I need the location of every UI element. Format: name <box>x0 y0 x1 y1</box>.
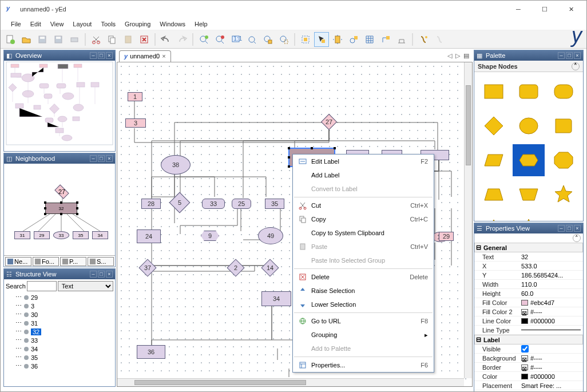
canvas-node[interactable]: 24 <box>137 229 161 243</box>
nb-tab[interactable]: Fo... <box>33 257 59 266</box>
ctx-delete[interactable]: DeleteDelete <box>293 270 434 284</box>
print-icon[interactable] <box>67 32 82 47</box>
new-document-icon[interactable] <box>3 32 18 47</box>
canvas-node[interactable]: 3 <box>125 118 146 128</box>
panel-close-icon[interactable]: × <box>574 225 581 232</box>
ctx-lower[interactable]: Lower Selection <box>293 298 434 311</box>
zoom-out-icon[interactable] <box>212 32 227 47</box>
minimize-button[interactable]: ─ <box>505 1 532 18</box>
tree-item[interactable]: ⋯3 <box>6 302 113 310</box>
nb-node-selected[interactable]: 32 <box>45 203 77 214</box>
menu-file[interactable]: File <box>6 19 26 29</box>
canvas-node[interactable]: 33 <box>202 199 225 209</box>
overview-canvas[interactable] <box>4 61 115 151</box>
toggle-snap-icon[interactable] <box>394 32 409 47</box>
menu-tools[interactable]: Tools <box>96 19 120 29</box>
ctx-cut[interactable]: CutCtrl+X <box>293 199 434 212</box>
ctx-edit-label[interactable]: Edit LabelF2 <box>293 155 434 168</box>
copy-icon[interactable] <box>105 32 120 47</box>
canvas-node[interactable]: 49 <box>258 227 283 244</box>
layout-again-icon[interactable] <box>432 32 447 47</box>
zoom-reset-icon[interactable]: 1:1 <box>228 32 243 47</box>
nb-tab[interactable]: Ne... <box>5 257 31 266</box>
shape-hexagon-selected[interactable] <box>513 144 545 176</box>
shape-rectangle[interactable] <box>478 76 510 108</box>
panel-minimize-icon[interactable]: – <box>90 271 97 278</box>
undo-icon[interactable] <box>158 32 173 47</box>
maximize-button[interactable]: ☐ <box>532 1 558 18</box>
prop-row[interactable]: Y186.5685424... <box>474 271 583 280</box>
canvas-node[interactable]: 29 <box>439 232 454 241</box>
tree-item[interactable]: ⋯35 <box>6 353 113 362</box>
panel-minimize-icon[interactable]: – <box>558 225 565 232</box>
panel-maximize-icon[interactable]: □ <box>566 225 573 232</box>
menu-grouping[interactable]: Grouping <box>120 19 155 29</box>
tree-item[interactable]: ⋯29 <box>6 293 113 302</box>
search-input[interactable] <box>27 281 57 291</box>
prop-row[interactable]: Text32 <box>474 252 583 262</box>
menu-windows[interactable]: Windows <box>155 19 190 29</box>
menu-edit[interactable]: Edit <box>26 19 46 29</box>
canvas-node[interactable]: 1 <box>128 92 142 101</box>
ctx-grouping[interactable]: Grouping▸ <box>293 328 434 342</box>
close-tab-icon[interactable]: × <box>162 53 165 60</box>
pan-mode-icon[interactable] <box>330 32 345 47</box>
shape-diamond[interactable] <box>478 110 510 142</box>
canvas-node[interactable]: 34 <box>261 291 291 306</box>
nb-node[interactable]: 31 <box>14 231 30 239</box>
canvas-node[interactable]: 38 <box>161 155 191 175</box>
panel-maximize-icon[interactable]: □ <box>98 155 105 162</box>
panel-close-icon[interactable]: × <box>574 52 581 59</box>
panel-maximize-icon[interactable]: □ <box>98 271 105 278</box>
nb-tab[interactable]: P... <box>60 257 86 266</box>
tree-item[interactable]: ⋯31 <box>6 319 113 327</box>
panel-close-icon[interactable]: × <box>106 271 113 278</box>
ctx-properties[interactable]: Properties...F6 <box>293 358 434 372</box>
panel-minimize-icon[interactable]: – <box>90 155 97 162</box>
shape-ellipse[interactable] <box>513 110 545 142</box>
graph-canvas[interactable]: 1 3 27 32 38 28 5 33 25 35 24 <box>117 62 472 386</box>
panel-close-icon[interactable]: × <box>106 155 113 162</box>
prop-row[interactable]: PlacementSmart Free: ... <box>474 381 583 390</box>
prop-row[interactable]: Visible <box>474 345 583 354</box>
ctx-add-label[interactable]: Add Label <box>293 168 434 182</box>
prop-row[interactable]: Line Type <box>474 326 583 335</box>
toggle-orthogonal-icon[interactable] <box>378 32 393 47</box>
prop-row[interactable]: Color#000000 <box>474 372 583 381</box>
prop-row[interactable]: Line Color#000000 <box>474 316 583 326</box>
select-mode-icon[interactable] <box>314 32 329 47</box>
panel-maximize-icon[interactable]: □ <box>566 52 573 59</box>
prop-row[interactable]: X533.0 <box>474 262 583 271</box>
shape-trapezoid[interactable] <box>478 179 510 211</box>
zoom-fit-icon[interactable] <box>244 32 259 47</box>
ctx-raise[interactable]: Raise Selection <box>293 284 434 298</box>
shape-star5[interactable] <box>547 179 580 211</box>
panel-close-icon[interactable]: × <box>106 52 113 59</box>
menu-view[interactable]: View <box>46 19 69 29</box>
prop-row[interactable]: Border⊠#---- <box>474 363 583 372</box>
menu-layout[interactable]: Layout <box>68 19 96 29</box>
canvas-node[interactable]: 25 <box>232 199 251 209</box>
palette-section-header[interactable]: Shape Nodes˄ <box>474 61 583 72</box>
zoom-selection-icon[interactable] <box>260 32 275 47</box>
shape-star8[interactable] <box>513 213 545 221</box>
fit-content-icon[interactable] <box>298 32 313 47</box>
tab-prev-icon[interactable]: ◁ <box>447 52 452 60</box>
tab-list-icon[interactable]: ▤ <box>463 52 469 60</box>
save-as-icon[interactable] <box>51 32 66 47</box>
tree-item[interactable]: ⋯30 <box>6 310 113 319</box>
shape-star6[interactable] <box>478 213 510 221</box>
shape-trapezoid2[interactable] <box>513 179 545 211</box>
nb-node[interactable]: 35 <box>73 231 89 239</box>
shape-octagon[interactable] <box>547 144 580 176</box>
ctx-goto-url[interactable]: Go to URLF8 <box>293 314 434 328</box>
magnify-mode-icon[interactable] <box>346 32 361 47</box>
canvas-node[interactable]: 35 <box>265 199 284 209</box>
nb-node[interactable]: 34 <box>92 231 108 239</box>
zoom-area-icon[interactable] <box>276 32 291 47</box>
prop-row[interactable]: Fill Color 2⊠#---- <box>474 307 583 316</box>
paste-icon[interactable] <box>121 32 136 47</box>
horizontal-scrollbar[interactable] <box>117 378 464 386</box>
tree-item-selected[interactable]: ⋯32 <box>6 327 113 336</box>
delete-icon[interactable] <box>137 32 152 47</box>
